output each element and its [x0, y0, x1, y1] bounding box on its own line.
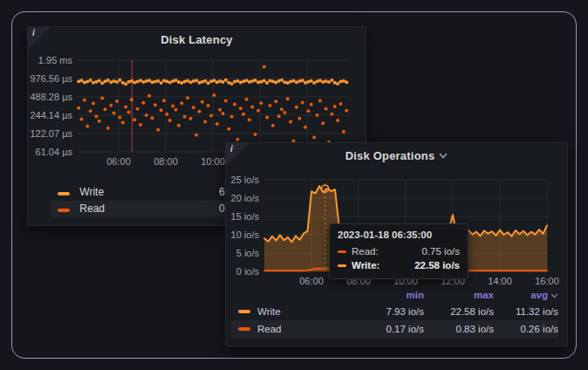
legend-label: Write — [79, 186, 104, 198]
legend-value-partial: 0 — [219, 201, 225, 217]
ops-legend-table: min max avg Write 7.93 io/s 22.58 io/s 1… — [231, 288, 558, 338]
info-icon[interactable]: i — [32, 28, 35, 38]
svg-text:16:00: 16:00 — [535, 276, 559, 286]
legend-max-value: 0.83 io/s — [424, 320, 494, 338]
info-icon[interactable]: i — [230, 144, 233, 154]
read-series-dash-icon — [338, 250, 346, 253]
write-series-dash-icon — [238, 310, 250, 313]
tooltip-row-read: Read: 0.75 io/s — [338, 244, 460, 258]
svg-text:0 io/s: 0 io/s — [236, 266, 260, 277]
svg-text:976.56 µs: 976.56 µs — [30, 73, 72, 84]
legend-item-write[interactable]: Write 7.93 io/s 22.58 io/s 11.32 io/s — [231, 303, 558, 320]
legend-label: Read — [79, 202, 105, 215]
svg-text:61.04 µs: 61.04 µs — [36, 147, 73, 157]
legend-header-avg-text: avg — [530, 290, 548, 300]
tooltip-label: Write: — [352, 260, 379, 271]
tooltip-row-write: Write: 22.58 io/s — [338, 258, 460, 272]
chart-tooltip: 2023-01-18 06:35:00 Read: 0.75 io/s Writ… — [329, 223, 468, 279]
svg-text:488.28 µs: 488.28 µs — [30, 92, 72, 102]
legend-label: Write — [257, 303, 281, 320]
tooltip-label: Read: — [352, 246, 379, 257]
svg-text:15 io/s: 15 io/s — [231, 211, 260, 222]
read-series-dash-icon — [58, 209, 70, 212]
sort-chevron-down-icon — [550, 293, 558, 298]
tooltip-value: 22.58 io/s — [379, 260, 460, 271]
svg-text:06:00: 06:00 — [106, 156, 131, 167]
svg-text:10 io/s: 10 io/s — [231, 230, 260, 240]
legend-header-avg[interactable]: avg — [494, 288, 558, 303]
svg-text:244.14 µs: 244.14 µs — [30, 110, 72, 120]
svg-text:5 io/s: 5 io/s — [236, 248, 260, 258]
svg-text:1.95 ms: 1.95 ms — [38, 55, 73, 65]
legend-header-max[interactable]: max — [424, 288, 494, 303]
svg-text:122.07 µs: 122.07 µs — [30, 128, 72, 139]
legend-item-read[interactable]: Read 0.17 io/s 0.83 io/s 0.26 io/s — [231, 320, 558, 338]
legend-max-value: 22.58 io/s — [424, 303, 494, 320]
legend-header-min[interactable]: min — [359, 288, 424, 303]
tooltip-value: 0.75 io/s — [379, 246, 460, 257]
tooltip-timestamp: 2023-01-18 06:35:00 — [338, 230, 460, 240]
legend-avg-value: 0.26 io/s — [494, 320, 558, 338]
svg-text:06:00: 06:00 — [299, 276, 324, 286]
panel-disk-operations[interactable]: i Disk Operations 25 io/s20 io/s15 io/s1… — [225, 142, 568, 346]
write-series-dash-icon — [58, 192, 70, 195]
svg-text:14:00: 14:00 — [488, 276, 512, 286]
legend-label: Read — [257, 320, 282, 338]
legend-header-row: min max avg — [231, 288, 558, 303]
dashboard-stage: i Disk Latency 1.95 ms976.56 µs488.28 µs… — [0, 0, 588, 370]
legend-min-value: 7.93 io/s — [359, 303, 424, 320]
svg-text:20 io/s: 20 io/s — [231, 193, 260, 203]
svg-text:08:00: 08:00 — [154, 156, 178, 167]
svg-text:25 io/s: 25 io/s — [231, 175, 260, 185]
legend-avg-value: 11.32 io/s — [494, 303, 558, 320]
write-series-dash-icon — [338, 264, 346, 267]
legend-value-partial: 6 — [219, 184, 225, 201]
legend-min-value: 0.17 io/s — [359, 320, 424, 338]
read-series-dash-icon — [238, 327, 250, 331]
svg-text:10:00: 10:00 — [201, 156, 225, 167]
